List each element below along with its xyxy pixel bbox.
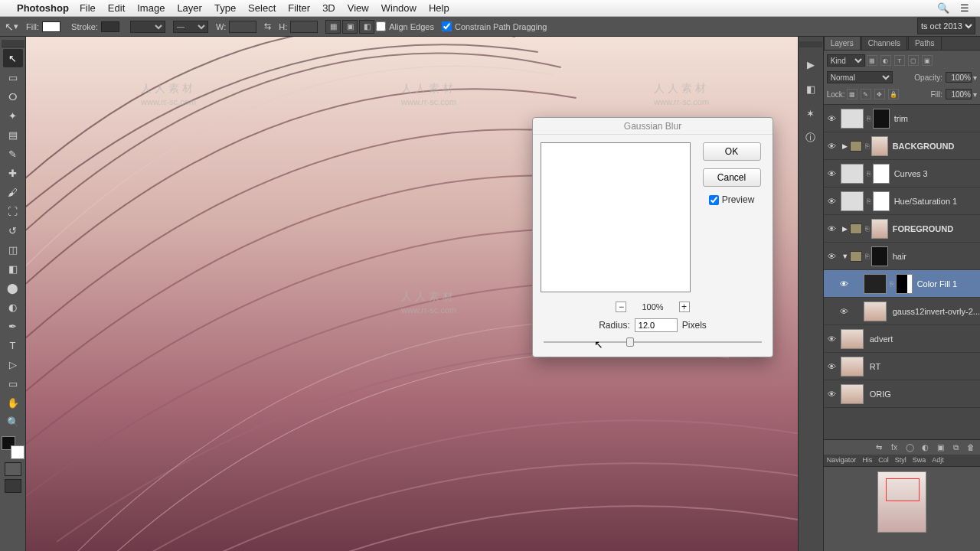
layer-thumb[interactable] [841,109,864,129]
path-op-3-icon[interactable]: ◧ [359,20,374,34]
menu-window[interactable]: Window [381,2,416,14]
new-layer-icon[interactable]: ⧉ [949,442,962,454]
tab-history[interactable]: His [859,455,875,466]
menu-3d[interactable]: 3D [322,2,335,14]
eraser-tool-icon[interactable]: ◫ [3,240,23,259]
layer-thumb[interactable] [841,191,864,211]
layer-thumb[interactable] [864,274,887,294]
mask-thumb[interactable] [873,191,890,211]
type-tool-icon[interactable]: T [3,336,23,354]
menu-type[interactable]: Type [214,2,236,14]
menu-list-icon[interactable]: ☰ [960,2,969,14]
app-name[interactable]: Photoshop [17,2,69,14]
layer-name[interactable]: RT [870,362,980,371]
hand-tool-icon[interactable]: ✋ [3,393,23,412]
preview-checkbox[interactable] [709,195,719,205]
pen-tool-icon[interactable]: ✒ [3,317,23,335]
filter-smart-icon[interactable]: ▣ [922,55,933,66]
move-tool-icon[interactable]: ↖ [3,49,23,67]
ok-button[interactable]: OK [703,142,761,161]
dodge-tool-icon[interactable]: ◐ [3,298,23,316]
blur-tool-icon[interactable]: ⬤ [3,279,23,297]
mask-thumb[interactable] [873,164,890,184]
adjustment-icon[interactable]: ◐ [918,442,932,454]
lock-paint-icon[interactable]: ✎ [861,89,871,99]
menu-file[interactable]: File [80,2,96,14]
shape-tool-icon[interactable]: ▭ [3,374,23,393]
tab-adjust[interactable]: Adjt [929,455,947,466]
layer-name[interactable]: trim [894,114,980,123]
zoom-tool-icon[interactable]: 🔍 [3,412,23,431]
lasso-tool-icon[interactable]: ⵔ [3,87,23,106]
layer-row[interactable]: 👁⎘Color Fill 1 [824,270,980,298]
preview-checkbox-row[interactable]: Preview [709,194,755,205]
stroke-swatch[interactable] [101,21,119,32]
quickmask-icon[interactable] [5,462,21,476]
spotlight-icon[interactable]: 🔍 [937,2,949,14]
delete-layer-icon[interactable]: 🗑 [964,442,978,454]
menu-layer[interactable]: Layer [177,2,202,14]
dock-info-icon[interactable]: ⓘ [802,129,820,147]
mask-thumb[interactable] [871,136,888,156]
marquee-tool-icon[interactable]: ▭ [3,68,23,86]
tab-color[interactable]: Col [875,455,892,466]
dock-history-icon[interactable]: ◧ [802,80,820,98]
layer-name[interactable]: ORIG [870,390,980,399]
layer-name[interactable]: Curves 3 [894,169,980,178]
tab-swatches[interactable]: Swa [910,455,929,466]
disclosure-icon[interactable]: ▶ [841,142,850,150]
link-wh-icon[interactable]: ⇆ [264,21,271,31]
link-layers-icon[interactable]: ⇆ [872,442,886,454]
path-op-1-icon[interactable]: ▦ [325,20,341,34]
visibility-icon[interactable]: 👁 [836,279,853,289]
visibility-icon[interactable]: 👁 [836,307,853,316]
visibility-icon[interactable]: 👁 [824,224,841,233]
layer-thumb[interactable] [841,384,864,404]
layer-row[interactable]: 👁ORIG [824,380,980,408]
tab-styles[interactable]: Styl [892,455,910,466]
fill-swatch[interactable] [42,21,60,32]
navigator-thumb[interactable] [877,471,926,533]
eyedropper-tool-icon[interactable]: ✎ [3,145,23,163]
wand-tool-icon[interactable]: ✦ [3,106,23,125]
layer-thumb[interactable] [864,302,887,321]
align-edges-checkbox[interactable] [376,21,386,31]
tab-layers[interactable]: Layers [824,36,861,50]
height-input[interactable] [290,21,318,33]
menu-edit[interactable]: Edit [108,2,125,14]
stroke-width-select[interactable] [130,21,165,33]
path-op-2-icon[interactable]: ▣ [342,20,358,34]
visibility-icon[interactable]: 👁 [824,197,841,206]
crop-tool-icon[interactable]: ▤ [3,126,23,144]
layer-name[interactable]: FOREGROUND [893,224,980,233]
cancel-button[interactable]: Cancel [703,168,761,187]
visibility-icon[interactable]: 👁 [824,252,841,261]
fg-bg-swatch[interactable] [2,436,24,459]
layer-name[interactable]: gauss12invert-ovrly-2... [893,307,980,316]
menu-filter[interactable]: Filter [288,2,310,14]
history-brush-tool-icon[interactable]: ↺ [3,221,23,240]
dock-brush-icon[interactable]: ✶ [802,104,820,122]
layer-thumb[interactable] [841,329,864,349]
constrain-checkbox[interactable] [442,21,452,31]
mask-thumb[interactable] [871,219,888,239]
width-input[interactable] [229,21,256,33]
zoom-in-button[interactable]: + [679,302,690,312]
visibility-icon[interactable]: 👁 [824,362,841,371]
layer-row[interactable]: 👁⎘Curves 3 [824,160,980,187]
dock-arrow-icon[interactable]: ▶ [802,55,820,73]
tab-channels[interactable]: Channels [861,36,907,50]
mask-thumb[interactable] [896,274,913,294]
layer-row[interactable]: 👁⎘trim [824,105,980,132]
dock-grip[interactable] [799,41,822,47]
tab-navigator[interactable]: Navigator [824,455,860,466]
screenmode-icon[interactable] [5,479,21,493]
layer-row[interactable]: 👁▼⎘hair [824,243,980,270]
visibility-icon[interactable]: 👁 [824,114,841,123]
tools-tabgrip[interactable] [2,40,24,47]
layers-list[interactable]: 👁⎘trim👁▶⎘BACKGROUND👁⎘Curves 3👁⎘Hue/Satur… [824,105,980,439]
layer-row[interactable]: 👁⎘Hue/Saturation 1 [824,187,980,215]
radius-slider[interactable] [544,337,762,347]
stamp-tool-icon[interactable]: ⛶ [3,202,23,220]
menu-select[interactable]: Select [248,2,276,14]
